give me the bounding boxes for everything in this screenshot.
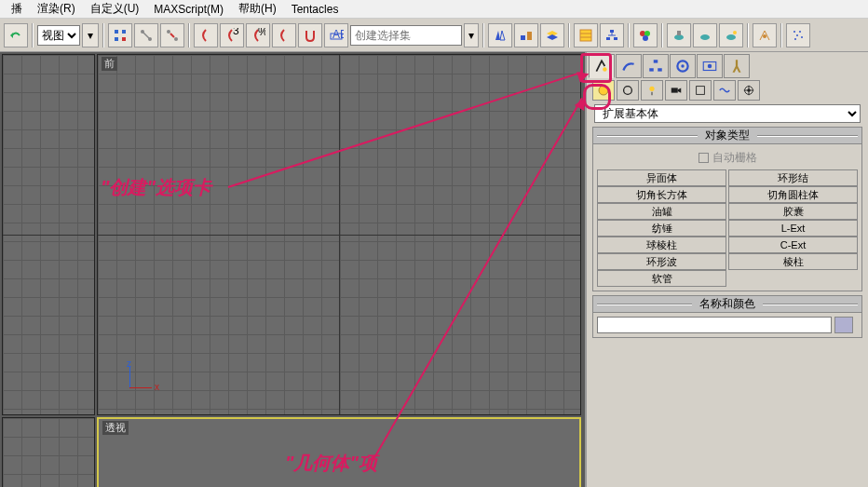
quick-render-icon[interactable] xyxy=(719,23,743,47)
snap-percent-icon[interactable]: % xyxy=(246,23,270,47)
selset-dropdown-icon[interactable]: ▾ xyxy=(464,23,479,47)
geometry-subtab[interactable] xyxy=(592,80,615,101)
object-type-button[interactable]: 球棱柱 xyxy=(597,237,726,253)
category-dropdown[interactable]: 扩展基本体 xyxy=(594,104,861,123)
svg-rect-3 xyxy=(122,37,126,41)
viewport-bottom-left[interactable] xyxy=(2,417,95,487)
svg-rect-14 xyxy=(521,35,525,40)
lights-subtab[interactable] xyxy=(641,80,663,101)
object-type-button[interactable]: 切角圆柱体 xyxy=(728,186,858,203)
render-frame-icon[interactable] xyxy=(693,23,717,47)
menu-help[interactable]: 帮助(H) xyxy=(231,0,284,19)
view-dropdown[interactable]: 视图 xyxy=(37,25,80,46)
svg-rect-28 xyxy=(677,31,681,35)
material-icon[interactable] xyxy=(633,23,658,47)
modify-tab[interactable] xyxy=(616,54,642,78)
svg-point-38 xyxy=(603,67,607,72)
snap-move-icon[interactable] xyxy=(194,23,218,47)
helpers-subtab[interactable] xyxy=(689,80,712,101)
create-tab[interactable] xyxy=(589,54,615,78)
schematic-icon[interactable] xyxy=(600,23,624,47)
svg-point-37 xyxy=(794,38,796,40)
layer-icon[interactable] xyxy=(540,23,564,47)
svg-point-29 xyxy=(700,34,710,40)
main-toolbar: 视图 ▾ 3 % ABC ▾ xyxy=(0,19,868,52)
object-type-button[interactable]: 软管 xyxy=(597,270,726,287)
svg-point-36 xyxy=(801,36,803,38)
command-panel: 扩展基本体 对象类型 自动栅格 异面体环形结切角长方体切角圆柱体油罐胶囊纺锤L-… xyxy=(585,52,868,487)
object-type-button[interactable]: 切角长方体 xyxy=(597,186,726,203)
svg-point-31 xyxy=(733,31,737,34)
object-type-button[interactable]: 环形结 xyxy=(728,169,858,186)
snap-spinner-icon[interactable] xyxy=(272,23,296,47)
align-icon[interactable] xyxy=(514,23,538,47)
object-type-button[interactable]: C-Ext xyxy=(728,237,858,253)
motion-tab[interactable] xyxy=(670,54,696,78)
svg-line-6 xyxy=(143,33,149,38)
utilities-tab[interactable] xyxy=(724,54,750,78)
menu-custom[interactable]: 自定义(U) xyxy=(83,0,147,19)
svg-point-48 xyxy=(649,87,654,91)
svg-line-9 xyxy=(170,34,174,37)
command-panel-tabs xyxy=(589,54,866,78)
viewport-perspective[interactable]: 透视 xyxy=(97,417,581,487)
menu-bar: 播 渲染(R) 自定义(U) MAXScript(M) 帮助(H) Tentac… xyxy=(0,0,868,19)
svg-point-33 xyxy=(793,31,795,33)
object-type-button[interactable]: 纺锤 xyxy=(597,220,726,237)
menu-maxscript[interactable]: MAXScript(M) xyxy=(146,1,231,18)
viewport-label-front: 前 xyxy=(102,57,117,71)
snap-angle-icon[interactable]: 3 xyxy=(220,23,244,47)
unlink-icon[interactable] xyxy=(160,23,184,47)
object-name-input[interactable] xyxy=(597,317,832,333)
svg-rect-50 xyxy=(671,88,678,92)
render-setup-icon[interactable] xyxy=(667,23,691,47)
keyframe-icon[interactable]: ▾ xyxy=(82,23,99,47)
object-type-button[interactable]: L-Ext xyxy=(728,220,858,237)
menu-ellipsis[interactable]: 播 xyxy=(4,0,30,19)
svg-rect-39 xyxy=(654,60,658,62)
selection-set-input[interactable] xyxy=(350,25,462,46)
svg-point-47 xyxy=(624,87,632,95)
menu-render[interactable]: 渲染(R) xyxy=(30,0,83,19)
selset-toggle-icon[interactable]: ABC xyxy=(324,23,348,47)
rollout-title-namecolor: 名称和颜色 xyxy=(699,296,755,312)
menu-tentacles[interactable]: Tentacles xyxy=(284,1,346,18)
undo-icon[interactable] xyxy=(4,23,28,47)
object-type-button[interactable]: 胶囊 xyxy=(728,203,858,220)
curve-editor-icon[interactable] xyxy=(574,23,598,47)
object-type-rollout: 对象类型 自动栅格 异面体环形结切角长方体切角圆柱体油罐胶囊纺锤L-Ext球棱柱… xyxy=(592,127,862,291)
viewport-top-left[interactable] xyxy=(2,54,95,415)
svg-rect-0 xyxy=(115,30,118,34)
create-subtabs xyxy=(589,80,866,101)
object-type-button[interactable]: 环形波 xyxy=(597,253,726,270)
particle-icon[interactable] xyxy=(786,23,810,47)
svg-rect-20 xyxy=(606,37,610,40)
svg-rect-41 xyxy=(658,68,662,71)
object-type-button[interactable]: 棱柱 xyxy=(728,253,858,270)
link-icon[interactable] xyxy=(134,23,158,47)
svg-point-34 xyxy=(799,31,801,33)
viewport-front[interactable]: 前 zx xyxy=(97,54,581,415)
object-type-button[interactable]: 异面体 xyxy=(597,169,726,186)
magnet-icon[interactable] xyxy=(298,23,322,47)
reactor-icon[interactable] xyxy=(753,23,777,47)
object-type-button[interactable]: 油罐 xyxy=(597,203,726,220)
cameras-subtab[interactable] xyxy=(665,80,687,101)
shapes-subtab[interactable] xyxy=(617,80,639,101)
svg-point-8 xyxy=(174,37,178,41)
hierarchy-tab[interactable] xyxy=(643,54,669,78)
name-color-rollout: 名称和颜色 xyxy=(592,295,862,338)
rollout-title-objtype: 对象类型 xyxy=(705,128,750,143)
svg-rect-51 xyxy=(697,87,705,95)
select-all-icon[interactable] xyxy=(108,23,132,47)
svg-rect-21 xyxy=(614,37,617,40)
systems-subtab[interactable] xyxy=(738,80,760,101)
autogrid-checkbox[interactable]: 自动栅格 xyxy=(597,148,858,168)
svg-point-26 xyxy=(643,35,648,41)
mirror-icon[interactable] xyxy=(488,23,512,47)
svg-rect-16 xyxy=(580,30,591,41)
spacewarps-subtab[interactable] xyxy=(713,80,736,101)
svg-rect-40 xyxy=(649,68,654,71)
display-tab[interactable] xyxy=(697,54,723,78)
object-color-swatch[interactable] xyxy=(834,317,853,333)
